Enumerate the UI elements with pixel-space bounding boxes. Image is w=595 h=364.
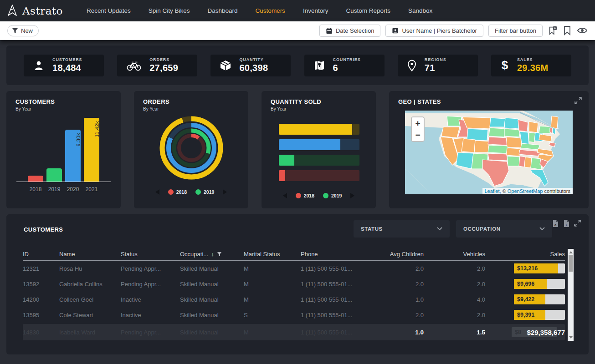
nav-item-customers[interactable]: Customers <box>256 7 285 14</box>
filter-icon[interactable] <box>217 252 222 257</box>
legend-dot-2019 <box>195 189 201 195</box>
nav-item-sandbox[interactable]: Sandbox <box>408 7 432 14</box>
hbar-chart <box>279 124 359 181</box>
quantity-sold-card: QUANTITY SOLD By Year 2018 <box>262 91 376 208</box>
table-header-row: ID Name Status Occupati... ↓ Marital Sta… <box>23 248 565 261</box>
legend-item-2019[interactable]: 2019 <box>195 189 214 195</box>
map-icon <box>313 60 325 71</box>
map-attribution: Leaflet, © OpenStreetMap contributors <box>482 188 573 194</box>
col-name[interactable]: Name <box>59 251 121 258</box>
col-marital-status[interactable]: Marital Status <box>244 251 301 258</box>
legend-item-2019[interactable]: 2019 <box>323 193 342 198</box>
nav-item-custom-reports[interactable]: Custom Reports <box>346 7 390 14</box>
kpi-value: 29.36M <box>517 63 549 73</box>
sort-desc-icon[interactable]: ↓ <box>211 251 214 258</box>
bar-2020[interactable]: 9.30k <box>65 130 81 182</box>
filter-bar-button-label: Filter bar button <box>495 27 536 34</box>
legend-dot-2018 <box>296 193 301 198</box>
toolbar: New Date Selection User Name | Piers Bat <box>0 21 595 40</box>
col-id[interactable]: ID <box>23 251 59 258</box>
chart-legend: 2018 2019 <box>143 189 239 195</box>
kpi-strip: CUSTOMERS 18,484 ORDERS 27,659 <box>6 46 589 85</box>
chevron-down-icon <box>437 227 442 231</box>
legend-prev-arrow[interactable] <box>155 189 159 195</box>
toolbar-right: Date Selection User Name | Piers Batchel… <box>319 25 588 37</box>
chevron-down-icon <box>539 227 545 231</box>
legend-next-arrow[interactable] <box>223 189 227 195</box>
bar-2018[interactable] <box>28 176 43 182</box>
leaflet-link[interactable]: Leaflet <box>485 188 500 194</box>
eye-icon[interactable] <box>577 26 588 35</box>
date-selection-button[interactable]: Date Selection <box>319 25 381 37</box>
nav-items: Recent Updates Spin City Bikes Dashboard… <box>87 7 432 14</box>
svg-text:$: $ <box>502 59 508 72</box>
expand-icon[interactable] <box>574 219 581 228</box>
user-name-button[interactable]: User Name | Piers Batchelor <box>385 25 483 37</box>
brand[interactable]: Astrato <box>6 5 63 17</box>
user-icon <box>33 60 45 71</box>
kpi-label: ORDERS <box>149 57 178 62</box>
nav-item-spin-city-bikes[interactable]: Spin City Bikes <box>149 7 190 14</box>
hbar-2021[interactable] <box>279 124 359 135</box>
total-avg-children: 1.0 <box>371 329 424 336</box>
filter-bar-button[interactable]: Filter bar button <box>488 25 543 37</box>
date-button-label: Date Selection <box>336 27 374 34</box>
openstreetmap-link[interactable]: OpenStreetMap <box>508 188 543 194</box>
funnel-icon <box>12 28 18 34</box>
col-status[interactable]: Status <box>121 251 180 258</box>
map-zoom-in-button[interactable]: + <box>412 117 424 129</box>
hbar-2019[interactable] <box>279 155 359 166</box>
scroll-up-arrow[interactable] <box>569 251 573 253</box>
geo-states-card: GEO | STATES <box>389 91 589 208</box>
scroll-down-arrow[interactable] <box>569 336 573 339</box>
hbar-2020[interactable] <box>279 139 359 150</box>
new-filter-button[interactable]: New <box>7 25 39 36</box>
legend-dot-2018 <box>168 189 174 195</box>
legend-item-2018[interactable]: 2018 <box>168 189 187 195</box>
nav-item-inventory[interactable]: Inventory <box>303 7 328 14</box>
expand-icon[interactable] <box>574 96 582 106</box>
legend-next-arrow[interactable] <box>350 193 354 198</box>
chart-title: ORDERS <box>143 98 239 105</box>
bar-2019[interactable] <box>46 168 62 182</box>
us-states-map[interactable]: + − Leaflet, © OpenStreetMap contributor… <box>405 111 573 194</box>
scrollbar-thumb[interactable] <box>569 255 573 272</box>
sales-bar-cell: $9,391 <box>485 310 565 320</box>
svg-text:x: x <box>554 222 557 227</box>
kpi-quantity: QUANTITY 60,398 <box>210 55 291 76</box>
astrato-logo-icon <box>6 5 18 17</box>
export-csv-icon[interactable]: , <box>563 219 570 228</box>
top-nav: Astrato Recent Updates Spin City Bikes D… <box>0 0 595 21</box>
table-scrollbar[interactable] <box>568 249 574 341</box>
sales-bar-cell: $13,216 <box>485 263 565 273</box>
user-badge-icon <box>392 27 399 34</box>
status-dropdown[interactable]: STATUS <box>354 220 450 238</box>
table-row[interactable]: 14200 Colleen Goel Inactive Skilled Manu… <box>23 292 565 307</box>
nav-item-recent-updates[interactable]: Recent Updates <box>87 7 131 14</box>
nav-item-dashboard[interactable]: Dashboard <box>208 7 238 14</box>
legend-prev-arrow[interactable] <box>283 193 287 198</box>
kpi-customers: CUSTOMERS 18,484 <box>24 55 104 76</box>
table-row[interactable]: 13595 Cole Stewart Inactive Skilled Manu… <box>23 307 565 323</box>
hbar-2018[interactable] <box>279 170 359 181</box>
bookmark-icon[interactable] <box>563 25 572 35</box>
table-row[interactable]: 12321 Rosa Hu Pending Appr... Skilled Ma… <box>23 261 565 276</box>
customers-table: ID Name Status Occupati... ↓ Marital Sta… <box>23 248 565 340</box>
kpi-countries: COUNTRIES 6 <box>304 55 385 76</box>
table-row[interactable]: 13592 Gabriella Collins Pending Appr... … <box>23 276 565 292</box>
map-zoom-out-button[interactable]: − <box>412 129 424 141</box>
kpi-label: REGIONS <box>425 57 446 62</box>
kpi-label: CUSTOMERS <box>52 57 82 62</box>
col-occupation[interactable]: Occupati... ↓ <box>180 251 244 258</box>
bar-2021[interactable]: 11.42k <box>84 118 99 182</box>
col-sales[interactable]: Sales <box>485 251 565 258</box>
table-title: CUSTOMERS <box>24 226 63 233</box>
legend-item-2018[interactable]: 2018 <box>296 193 314 198</box>
occupation-dropdown[interactable]: OCCUPATION <box>456 220 552 238</box>
col-phone[interactable]: Phone <box>301 251 371 258</box>
export-excel-icon[interactable]: x <box>552 219 559 228</box>
col-avg-children[interactable]: Avg Children <box>371 251 424 258</box>
legend-dot-2019 <box>323 193 328 198</box>
col-vehicles[interactable]: Vehicles <box>424 251 485 258</box>
bookmark-add-icon[interactable] <box>548 25 558 35</box>
